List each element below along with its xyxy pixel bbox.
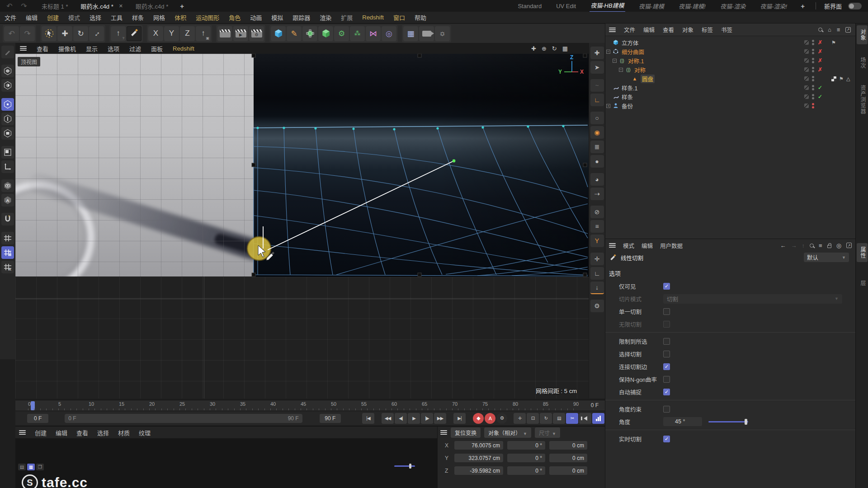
viewport-menu-view[interactable]: 查看: [37, 44, 48, 53]
script-gear-icon[interactable]: ⚙: [590, 300, 604, 312]
snap-axis-icon[interactable]: ∟: [590, 94, 604, 106]
light-button[interactable]: ☼: [435, 26, 450, 41]
material-menu-create[interactable]: 创建: [35, 428, 47, 437]
tab-attributes[interactable]: 属性: [857, 243, 868, 262]
uv-mode-icon[interactable]: [1, 146, 14, 159]
melt-sphere-icon[interactable]: ●: [590, 155, 604, 168]
layer-toggle[interactable]: [804, 85, 809, 90]
sound-toggle[interactable]: [579, 413, 591, 424]
object-menu-bookmarks[interactable]: 书签: [721, 25, 732, 34]
last-tool-icon[interactable]: ↑?: [111, 26, 126, 41]
texture-mode-icon[interactable]: [1, 79, 14, 92]
coordinate-system-button[interactable]: ↑▣: [196, 26, 211, 41]
object-row-symmetry1[interactable]: − (|) 对称.1 ✗: [605, 56, 855, 65]
lock-x-axis-button[interactable]: X: [148, 26, 163, 41]
viewport-menu-camera[interactable]: 摄像机: [58, 44, 76, 53]
material-list-empty[interactable]: ▤ ▦ ❐ S tafe.cc: [15, 438, 437, 488]
coordinates-menu-icon[interactable]: [440, 430, 447, 435]
enable-toggle-on[interactable]: ✓: [817, 84, 823, 91]
spline-pen-button[interactable]: ✎: [287, 26, 302, 41]
material-list-view-icon[interactable]: ▤: [18, 464, 26, 470]
menu-extensions[interactable]: 扩展: [341, 13, 353, 22]
go-to-start-button[interactable]: |◀: [362, 413, 374, 424]
subdivision-surface-button[interactable]: [318, 26, 333, 41]
preserve-ngon-checkbox[interactable]: [663, 376, 670, 383]
menu-file[interactable]: 文件: [5, 13, 16, 22]
tab-layers[interactable]: 层: [857, 277, 868, 290]
rotate-tool[interactable]: ↻: [73, 26, 88, 41]
visibility-dots[interactable]: [812, 67, 814, 72]
expand-icon[interactable]: +: [606, 104, 610, 108]
layer-toggle[interactable]: [804, 94, 809, 99]
angle-value-field[interactable]: 45 °: [663, 417, 702, 426]
zoom-view-icon[interactable]: ⊕: [542, 45, 547, 52]
attribute-menu-userdata[interactable]: 用户数据: [660, 241, 683, 250]
autokey-button[interactable]: A: [485, 413, 495, 424]
object-menu-edit[interactable]: 编辑: [643, 25, 655, 34]
solo-mode-icon[interactable]: [1, 179, 14, 192]
coordinate-mode-dropdown[interactable]: 对象（相对）▼: [484, 427, 531, 438]
annotation-mode-icon[interactable]: A: [1, 194, 14, 206]
menu-spline[interactable]: 样条: [132, 13, 144, 22]
redo-button[interactable]: ↷: [20, 26, 35, 41]
center-axis-icon[interactable]: ✛: [590, 253, 604, 265]
visibility-dots[interactable]: [812, 49, 814, 54]
material-preview-size-slider[interactable]: [394, 465, 415, 467]
material-layer-view-icon[interactable]: ❐: [36, 464, 44, 470]
coord-x-rotation-field[interactable]: 0 °: [507, 441, 545, 450]
enable-toggle-on[interactable]: ✓: [817, 94, 823, 100]
add-cube-button[interactable]: [271, 26, 286, 41]
popout-icon[interactable]: ↗: [845, 27, 851, 33]
object-menu-tags[interactable]: 标签: [702, 25, 713, 34]
filter-icon[interactable]: ≡: [837, 27, 840, 33]
object-row-spline1[interactable]: 样条.1 ✓: [605, 83, 855, 92]
symmetry-generator-button[interactable]: ⋈: [366, 26, 381, 41]
selection-tag-icon[interactable]: △: [846, 76, 850, 82]
end-frame-field[interactable]: 90 F: [320, 414, 341, 423]
next-frame-button[interactable]: |▶: [421, 413, 433, 424]
disc-grid-icon[interactable]: ◉: [590, 126, 604, 139]
layer-toggle[interactable]: [804, 58, 809, 63]
material-menu-material[interactable]: 材质: [118, 428, 130, 437]
menu-redshift[interactable]: Redshift: [362, 14, 384, 21]
stitch-sew-icon[interactable]: ≣: [590, 141, 604, 153]
rotate-view-icon[interactable]: ↻: [552, 45, 557, 52]
drop-to-floor-icon[interactable]: ↓: [590, 282, 604, 294]
record-keyframe-button[interactable]: ◆: [473, 413, 484, 424]
timeline-ruler[interactable]: 0510 152025 303540 455055 606570 758085 …: [15, 400, 605, 411]
undo-icon[interactable]: ↶: [5, 2, 14, 10]
attribute-menu-edit[interactable]: 编辑: [642, 241, 653, 250]
layer-toggle[interactable]: [804, 49, 809, 54]
doc-tab-untitled[interactable]: 未标题 1 *: [42, 2, 68, 10]
menu-edit[interactable]: 编辑: [26, 13, 38, 22]
coord-z-rotation-field[interactable]: 0 °: [507, 466, 545, 475]
tab-takes[interactable]: 场次: [857, 53, 868, 72]
filter-icon[interactable]: ≡: [819, 242, 822, 249]
menu-tools[interactable]: 工具: [111, 13, 123, 22]
play-button[interactable]: ▶: [408, 413, 420, 424]
keying-settings-button[interactable]: ⚙: [496, 413, 507, 424]
snap-magnet-icon[interactable]: [1, 213, 14, 225]
layer-toggle[interactable]: [804, 76, 809, 81]
menu-create[interactable]: 创建: [47, 13, 59, 22]
auto-workplane-icon[interactable]: A: [1, 261, 14, 273]
knife-tool-active[interactable]: [127, 26, 142, 41]
viewport-menu-redshift[interactable]: Redshift: [173, 45, 194, 52]
layout-tab-modeling[interactable]: 夜猫-建模: [638, 0, 665, 12]
new-ui-label[interactable]: 新界面: [824, 2, 842, 10]
model-mode-icon[interactable]: [1, 65, 14, 77]
doc-tab-copy[interactable]: 眼药水.c4d *: [136, 2, 168, 10]
reset-transform-button[interactable]: 复位变换: [451, 427, 481, 438]
go-to-end-button[interactable]: ▶|: [453, 413, 466, 424]
add-doc-tab-button[interactable]: +: [180, 2, 184, 10]
menu-mograph[interactable]: 运动图形: [196, 13, 219, 22]
back-icon[interactable]: ←: [780, 242, 786, 249]
infinite-cut-checkbox[interactable]: [663, 321, 670, 328]
lock-workplane-icon[interactable]: [1, 246, 14, 259]
object-row-subdivision[interactable]: − 细分曲面 ✗: [605, 47, 855, 56]
enable-toggle-off[interactable]: ✗: [817, 39, 823, 46]
slice-mode-dropdown[interactable]: 切割▼: [663, 294, 842, 304]
coord-y-size-field[interactable]: 0 cm: [549, 454, 587, 462]
phong-tag-icon[interactable]: ⚑: [839, 76, 844, 82]
circle-tool-icon[interactable]: ○: [590, 112, 604, 124]
